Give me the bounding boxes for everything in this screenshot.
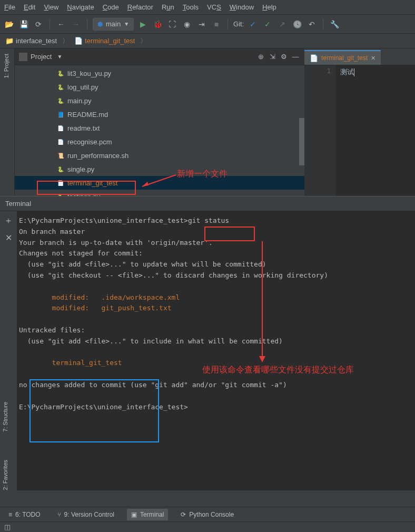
tree-item-main-py[interactable]: 🐍main.py: [15, 94, 304, 107]
back-icon[interactable]: ←: [55, 18, 67, 30]
menu-window[interactable]: Window: [230, 3, 254, 11]
chevron-down-icon[interactable]: ▼: [57, 54, 62, 60]
save-icon[interactable]: 💾: [18, 18, 29, 30]
run-config-name: main: [106, 20, 121, 28]
breadcrumb-project[interactable]: 📁 interface_test: [5, 37, 57, 45]
tree-item-log_util-py[interactable]: 🐍log_util.py: [15, 80, 304, 94]
coverage-icon[interactable]: ⛶: [166, 18, 178, 30]
profile-icon[interactable]: ◉: [181, 18, 193, 30]
forward-icon[interactable]: →: [70, 18, 82, 30]
close-terminal-icon[interactable]: ✕: [5, 233, 12, 243]
terminal-line: terminal_git_test: [19, 358, 413, 369]
settings-wrench-icon[interactable]: 🔧: [329, 18, 340, 30]
git-push-icon[interactable]: ↗: [276, 18, 288, 30]
terminal-line: (use "git add <file>..." to update what …: [19, 259, 413, 270]
terminal-line: Untracked files:: [19, 325, 413, 336]
scrollbar-thumb[interactable]: [299, 118, 304, 165]
terminal-line: modified: .idea/workspace.xml: [19, 292, 413, 303]
git-update-icon[interactable]: ✓: [247, 18, 259, 30]
tab-icon: ⟳: [181, 511, 186, 518]
terminal-line: Your branch is up-to-date with 'origin/m…: [19, 238, 413, 249]
debug-icon[interactable]: 🐞: [152, 18, 163, 30]
structure-tool-window-button[interactable]: 7: Structure: [2, 402, 8, 432]
terminal-line: [19, 281, 413, 292]
terminal-line: (use "git add <file>..." to include in w…: [19, 336, 413, 347]
tree-item-testings-py[interactable]: 🐍testings.py: [15, 190, 304, 196]
tree-item-recognise-pcm[interactable]: 📄recognise.pcm: [15, 135, 304, 149]
menu-code[interactable]: Code: [103, 3, 119, 11]
menu-navigate[interactable]: Navigate: [67, 3, 94, 11]
breadcrumb-file[interactable]: 📄 terminal_git_test: [74, 37, 135, 45]
py-file-icon: 🐍: [57, 165, 64, 173]
terminal-line: no changes added to commit (use "git add…: [19, 380, 413, 391]
line-number: 1: [304, 67, 331, 75]
menu-file[interactable]: File: [4, 3, 15, 11]
locate-icon[interactable]: ⊕: [256, 52, 265, 62]
tab-icon: ▣: [131, 511, 137, 518]
undo-icon[interactable]: ↶: [306, 18, 318, 30]
project-tool-window-button[interactable]: 1: Project: [3, 54, 9, 78]
run-icon[interactable]: ▶: [137, 18, 149, 30]
project-title: Project: [31, 53, 52, 61]
file-name-label: testings.py: [67, 193, 100, 196]
tree-item-README-md[interactable]: 📘README.md: [15, 107, 304, 121]
file-name-label: readme.txt: [67, 124, 100, 132]
bottom-tab-python-console[interactable]: ⟳Python Console: [176, 509, 238, 520]
menu-help[interactable]: Help: [262, 3, 276, 11]
file-name-label: recognise.pcm: [67, 138, 112, 146]
menu-tools[interactable]: Tools: [183, 3, 199, 11]
tree-item-terminal_git_test[interactable]: 📄terminal_git_test: [15, 176, 304, 190]
editor-tab-terminal-git-test[interactable]: 📄 terminal_git_test ✕: [304, 50, 381, 65]
git-commit-icon[interactable]: ✓: [262, 18, 273, 30]
menu-view[interactable]: View: [44, 3, 58, 11]
tab-label: Terminal: [140, 511, 164, 518]
terminal-content[interactable]: E:\PycharmProjects\unione_interface_test…: [17, 211, 415, 490]
settings-gear-icon[interactable]: ⚙: [279, 52, 289, 62]
bottom-tab-9-version-control[interactable]: ⑂9: Version Control: [53, 509, 118, 520]
favorites-tool-window-button[interactable]: 2: Favorites: [2, 460, 8, 490]
terminal-line: On branch master: [19, 226, 413, 238]
menu-vcs[interactable]: VCS: [207, 3, 221, 11]
tree-item-lit3_kou_yu-py[interactable]: 🐍lit3_kou_yu.py: [15, 66, 304, 80]
project-panel: Project ▼ ⊕ ⇲ ⚙ — 🐍lit3_kou_yu.py🐍log_ut…: [15, 48, 304, 196]
tree-item-single-py[interactable]: 🐍single.py: [15, 162, 304, 176]
collapse-all-icon[interactable]: ⇲: [268, 52, 277, 62]
add-terminal-icon[interactable]: ＋: [4, 215, 13, 226]
menu-bar: File Edit View Navigate Code Refactor Ru…: [0, 0, 415, 15]
run-configuration-selector[interactable]: ⬢ main ▼: [93, 18, 134, 31]
menu-refactor[interactable]: Refactor: [127, 3, 153, 11]
editor-area: 📄 terminal_git_test ✕ 1 测试: [304, 48, 415, 196]
editor-content[interactable]: 测试: [336, 65, 415, 196]
terminal-line: Changes not staged for commit:: [19, 248, 413, 259]
terminal-line: [19, 391, 413, 402]
sync-icon[interactable]: ⟳: [33, 18, 44, 30]
file-icon: 📄: [74, 37, 83, 45]
bottom-tab-6-todo[interactable]: ≡6: TODO: [4, 509, 45, 520]
git-history-icon[interactable]: 🕓: [291, 18, 303, 30]
editor-body[interactable]: 1 测试: [304, 65, 415, 196]
stop-icon[interactable]: ■: [211, 18, 222, 30]
project-tree[interactable]: 🐍lit3_kou_yu.py🐍log_util.py🐍main.py📘READ…: [15, 65, 304, 196]
python-icon: ⬢: [97, 21, 103, 28]
file-icon: 📄: [310, 54, 318, 62]
tree-item-run_performance-sh[interactable]: 📜run_performance.sh: [15, 149, 304, 162]
tree-item-readme-txt[interactable]: 📄readme.txt: [15, 121, 304, 135]
file-name-label: terminal_git_test: [67, 179, 117, 187]
open-icon[interactable]: 📂: [3, 18, 15, 30]
menu-edit[interactable]: Edit: [24, 3, 35, 11]
file-file-icon: 📄: [57, 138, 64, 145]
menu-run[interactable]: Run: [162, 3, 174, 11]
py-file-icon: 🐍: [57, 193, 64, 196]
status-bar: ◫: [0, 521, 415, 532]
txt-file-icon: 📄: [57, 124, 64, 132]
md-file-icon: 📘: [57, 111, 64, 118]
step-icon[interactable]: ⇥: [196, 18, 208, 30]
terminal-body: ＋ ✕ E:\PycharmProjects\unione_interface_…: [0, 211, 415, 490]
bottom-tab-terminal[interactable]: ▣Terminal: [127, 509, 168, 520]
terminal-gutter: ＋ ✕: [0, 211, 17, 490]
close-tab-icon[interactable]: ✕: [371, 55, 376, 62]
status-bar-icon[interactable]: ◫: [4, 523, 11, 531]
terminal-line: E:\PycharmProjects\unione_interface_test…: [19, 215, 413, 226]
chevron-down-icon: ▼: [124, 21, 129, 27]
hide-icon[interactable]: —: [291, 52, 300, 62]
